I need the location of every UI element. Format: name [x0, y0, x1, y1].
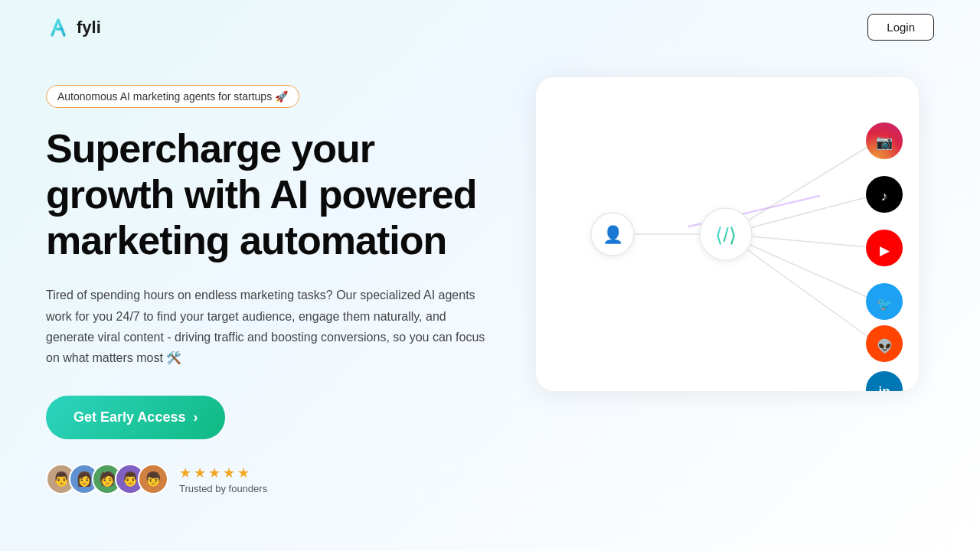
avatar-5: 👦 — [138, 464, 168, 494]
cta-button[interactable]: Get Early Access › — [46, 396, 225, 439]
cta-label: Get Early Access — [74, 409, 185, 425]
star-2: ★ — [194, 465, 206, 481]
logo-icon — [46, 15, 70, 40]
svg-text:👽: 👽 — [877, 338, 893, 354]
navbar: fyli Login — [0, 0, 980, 54]
trust-label: Trusted by founders — [179, 483, 267, 494]
right-column: 👤 ⟨/⟩ 📷 — [521, 77, 934, 391]
hero-title: Supercharge your growth with AI powered … — [46, 126, 490, 263]
svg-text:⟨/⟩: ⟨/⟩ — [715, 223, 736, 246]
star-rating: ★ ★ ★ ★ ★ — [179, 465, 267, 481]
badge: Autonomous AI marketing agents for start… — [46, 85, 299, 108]
logo-text: fyli — [77, 18, 101, 37]
social-proof: 👨 👩 🧑 👨 👦 ★ ★ ★ — [46, 464, 490, 494]
hero-title-line1: Supercharge your — [46, 126, 374, 171]
badge-text: Autonomous AI marketing agents for start… — [57, 90, 288, 103]
diagram-svg: 👤 ⟨/⟩ 📷 — [536, 77, 919, 391]
diagram-card: 👤 ⟨/⟩ 📷 — [536, 77, 919, 391]
star-1: ★ — [179, 465, 191, 481]
logo: fyli — [46, 15, 101, 40]
avatars: 👨 👩 🧑 👨 👦 — [46, 464, 168, 494]
hero-title-line3: marketing automation — [46, 218, 446, 262]
login-button[interactable]: Login — [867, 14, 934, 41]
svg-text:🐦: 🐦 — [877, 296, 893, 312]
left-column: Autonomous AI marketing agents for start… — [46, 77, 490, 494]
cta-arrow-icon: › — [193, 409, 198, 425]
svg-text:in: in — [878, 384, 890, 391]
star-3: ★ — [208, 465, 220, 481]
hero-title-line2: growth with AI powered — [46, 172, 477, 217]
svg-text:♪: ♪ — [881, 189, 888, 204]
main-content: Autonomous AI marketing agents for start… — [0, 54, 980, 494]
svg-text:👤: 👤 — [603, 224, 624, 245]
svg-text:▶: ▶ — [880, 243, 890, 258]
stars-trust: ★ ★ ★ ★ ★ Trusted by founders — [179, 465, 267, 494]
hero-description: Tired of spending hours on endless marke… — [46, 285, 490, 368]
star-4: ★ — [223, 465, 235, 481]
star-5: ★ — [237, 465, 250, 481]
svg-text:📷: 📷 — [876, 134, 893, 151]
